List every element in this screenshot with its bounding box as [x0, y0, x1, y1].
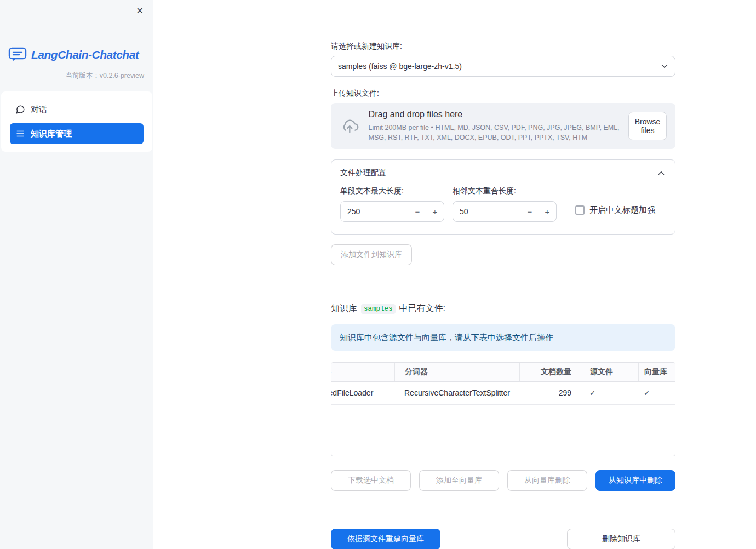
sidebar: ✕ LangChain-Chatchat 当前版本：v0.2.6-preview…	[0, 0, 153, 549]
version-label: 当前版本：v0.2.6-preview	[8, 71, 145, 81]
files-table-header: 文档加载器 分词器 文档数量 源文件 向量库	[331, 363, 675, 382]
chat-bubble-icon	[15, 105, 25, 115]
table-row[interactable]: UnstructuredFileLoader RecursiveCharacte…	[331, 382, 675, 405]
info-banner: 知识库中包含源文件与向量库，请从下表中选择文件后操作	[331, 324, 675, 351]
info-banner-text: 知识库中包含源文件与向量库，请从下表中选择文件后操作	[340, 333, 553, 342]
upload-label: 上传知识文件:	[331, 89, 675, 99]
delete-from-kb-button[interactable]: 从知识库中删除	[595, 470, 675, 491]
main-content: 请选择或新建知识库: samples (faiss @ bge-large-zh…	[153, 0, 756, 549]
kb-name-code: samples	[361, 304, 396, 314]
col-doc-count: 文档数量	[519, 363, 585, 381]
download-selected-button[interactable]: 下载选中文档	[331, 470, 411, 491]
sidebar-menu: 对话 知识库管理	[1, 92, 152, 152]
existing-files-prefix: 知识库	[331, 303, 357, 314]
list-icon	[15, 129, 25, 139]
existing-files-heading: 知识库 samples 中已有文件:	[331, 303, 675, 314]
max-length-label: 单段文本最大长度:	[340, 186, 444, 196]
dropzone-limit-text: Limit 200MB per file • HTML, MD, JSON, C…	[369, 123, 620, 142]
sidebar-item-chat[interactable]: 对话	[10, 99, 144, 120]
sidebar-item-label: 对话	[31, 105, 47, 115]
files-table[interactable]: 文档加载器 分词器 文档数量 源文件 向量库 UnstructuredFileL…	[331, 362, 675, 456]
chevron-down-icon	[660, 61, 669, 71]
app-logo-text: LangChain-Chatchat	[31, 48, 139, 61]
sidebar-item-label: 知识库管理	[31, 129, 72, 139]
cell-vector-store-check: ✓	[638, 382, 675, 404]
delete-from-vector-store-button[interactable]: 从向量库删除	[507, 470, 587, 491]
rebuild-vector-store-button[interactable]: 依据源文件重建向量库	[331, 529, 440, 549]
chevron-up-icon	[656, 168, 666, 178]
col-splitter: 分词器	[394, 363, 519, 381]
delete-kb-button[interactable]: 删除知识库	[567, 529, 675, 549]
add-files-to-kb-button[interactable]: 添加文件到知识库	[331, 244, 412, 265]
add-to-vector-store-button[interactable]: 添加至向量库	[419, 470, 499, 491]
kb-selectbox[interactable]: samples (faiss @ bge-large-zh-v1.5)	[331, 56, 675, 77]
cell-loader: UnstructuredFileLoader	[331, 382, 394, 404]
max-length-field: 单段文本最大长度: 250 − +	[340, 186, 444, 222]
dropzone-title: Drag and drop files here	[369, 110, 620, 119]
max-length-increment-button[interactable]: +	[426, 202, 444, 221]
file-config-expander: 文件处理配置 单段文本最大长度: 250 − +	[331, 159, 675, 235]
app-root: ✕ LangChain-Chatchat 当前版本：v0.2.6-preview…	[0, 0, 756, 549]
overlap-field: 相邻文本重合长度: 50 − +	[453, 186, 557, 222]
cell-splitter: RecursiveCharacterTextSplitter	[394, 382, 519, 404]
overlap-label: 相邻文本重合长度:	[453, 186, 557, 196]
max-length-decrement-button[interactable]: −	[409, 202, 426, 221]
overlap-increment-button[interactable]: +	[539, 202, 556, 221]
col-vector-store: 向量库	[638, 363, 675, 381]
file-config-title: 文件处理配置	[340, 168, 386, 178]
overlap-stepper[interactable]: 50 − +	[453, 201, 557, 222]
cell-doc-count: 299	[519, 382, 585, 404]
overlap-decrement-button[interactable]: −	[521, 202, 539, 221]
file-dropzone[interactable]: Drag and drop files here Limit 200MB per…	[331, 103, 675, 149]
kb-select-label: 请选择或新建知识库:	[331, 42, 675, 52]
app-logo: LangChain-Chatchat	[8, 47, 145, 62]
app-logo-icon	[8, 47, 27, 62]
kb-bottom-actions: 依据源文件重建向量库 删除知识库	[331, 529, 675, 549]
kb-selectbox-value: samples (faiss @ bge-large-zh-v1.5)	[338, 62, 462, 71]
zh-title-checkbox[interactable]	[575, 205, 585, 215]
dropzone-text: Drag and drop files here Limit 200MB per…	[369, 110, 620, 142]
max-length-stepper[interactable]: 250 − +	[340, 201, 444, 222]
browse-files-button[interactable]: Browse files	[628, 112, 667, 140]
zh-title-checkbox-group: 开启中文标题加强	[575, 186, 655, 215]
file-config-expander-header[interactable]: 文件处理配置	[340, 160, 666, 186]
divider	[331, 510, 675, 510]
col-source-file: 源文件	[585, 363, 638, 381]
files-table-inner: 文档加载器 分词器 文档数量 源文件 向量库 UnstructuredFileL…	[331, 363, 675, 405]
overlap-value: 50	[453, 207, 521, 216]
divider	[331, 284, 675, 284]
max-length-value: 250	[341, 207, 409, 216]
cloud-upload-icon	[340, 117, 360, 135]
sidebar-close-icon[interactable]: ✕	[134, 4, 146, 18]
zh-title-checkbox-label: 开启中文标题加强	[589, 205, 655, 215]
file-action-buttons: 下载选中文档 添加至向量库 从向量库删除 从知识库中删除	[331, 470, 675, 491]
existing-files-suffix: 中已有文件:	[399, 303, 445, 314]
sidebar-item-kb-management[interactable]: 知识库管理	[10, 123, 144, 144]
cell-source-file-check: ✓	[585, 382, 638, 404]
col-loader: 文档加载器	[331, 363, 394, 381]
